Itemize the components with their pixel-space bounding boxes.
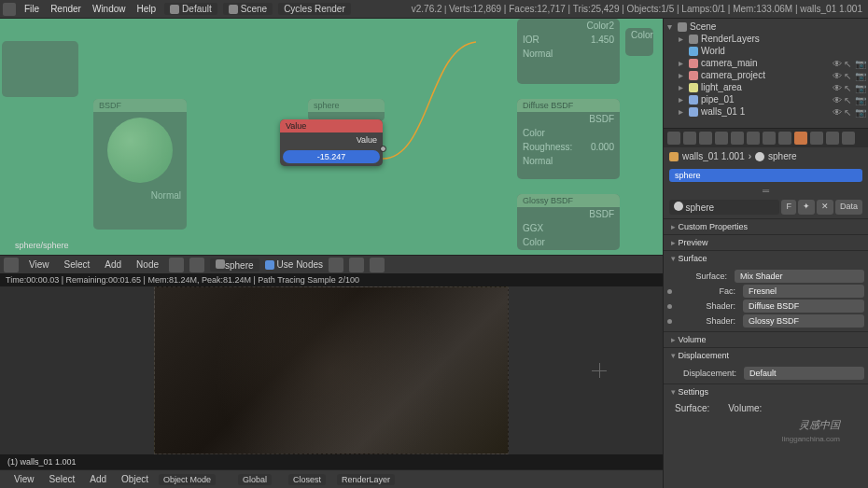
render-icon[interactable]: 📷 [855,71,864,80]
tab-render-icon[interactable] [667,132,680,145]
ior-value[interactable]: 1.450 [591,35,614,45]
value-field[interactable]: -15.247 [283,150,380,163]
socket-dot[interactable] [667,304,672,309]
use-nodes-toggle[interactable]: Use Nodes [265,259,323,270]
tab-constraints-icon[interactable] [747,132,760,145]
copy-icon[interactable] [370,258,385,272]
material-slot[interactable]: sphere [669,169,862,182]
outliner-item-camera[interactable]: ▸camera_main👁↖📷 [664,57,868,69]
data-link-selector[interactable]: Data [835,200,862,215]
shader1-selector[interactable]: Diffuse BSDF [743,300,864,313]
editor-type-icon[interactable] [4,258,19,272]
panel-custom-properties[interactable]: Custom Properties [664,218,868,234]
menu-select[interactable]: Select [45,474,80,484]
menu-file[interactable]: File [19,4,45,14]
node-glossy-bsdf[interactable]: Glossy BSDF BSDF GGX Color [517,194,620,250]
mode-selector[interactable]: Object Mode [159,474,216,485]
surface-shader-selector[interactable]: Mix Shader [735,270,864,283]
panel-header[interactable]: Displacement [664,348,868,363]
fake-user-button[interactable]: F [781,200,796,215]
menu-object[interactable]: Object [117,474,153,484]
menu-select[interactable]: Select [60,259,95,270]
node-editor-viewport[interactable]: BSDF Normal sphere Color2 IOR1.450 Norma… [0,19,663,255]
dist-value[interactable]: GGX [523,223,543,233]
output-socket[interactable] [380,146,386,152]
cursor-icon[interactable]: ↖ [844,95,853,105]
roughness-value[interactable]: 0.000 [591,142,614,152]
unlink-button[interactable]: ✕ [817,200,833,215]
node-collapsed-1[interactable] [2,41,78,97]
outliner-item-light[interactable]: ▸light_area👁↖📷 [664,81,868,93]
tab-texture-icon[interactable] [810,132,823,145]
info-icon[interactable] [3,3,16,16]
node-toggle[interactable]: ✦ [798,200,815,215]
outliner-item-camera[interactable]: ▸camera_project👁↖📷 [664,69,868,81]
tab-layers-icon[interactable] [683,132,696,145]
fac-selector[interactable]: Fresnel [743,285,864,298]
panel-preview[interactable]: Preview [664,234,868,250]
crumb-material[interactable]: sphere [768,151,797,161]
shader-type-icon[interactable] [189,258,204,272]
outliner-item-scene[interactable]: ▾Scene [664,21,868,33]
material-name-field[interactable]: sphere [669,200,779,215]
cursor-icon[interactable]: ↖ [844,71,853,80]
outliner[interactable]: ▾Scene ▸RenderLayers World ▸camera_main👁… [664,19,868,129]
shader2-selector[interactable]: Glossy BSDF [743,314,864,328]
crumb-object[interactable]: walls_01 1.001 [682,151,745,161]
eye-icon[interactable]: 👁 [833,95,842,105]
menu-render[interactable]: Render [45,4,87,14]
cursor-icon[interactable]: ↖ [844,83,853,92]
node-value[interactable]: Value Value -15.247 [280,119,383,166]
orientation-selector[interactable]: Global [238,474,272,485]
panel-volume[interactable]: Volume [664,331,868,347]
outliner-item-mesh[interactable]: ▸walls_01 1👁↖📷 [664,105,868,118]
tab-data-icon[interactable] [778,132,791,145]
socket-dot[interactable] [667,319,672,324]
panel-header[interactable]: Settings [664,384,868,399]
tab-physics-icon[interactable] [842,132,855,145]
panel-header[interactable]: Surface [664,251,868,266]
node-color-out[interactable]: Color [625,28,653,56]
material-selector[interactable]: sphere [210,258,259,272]
tab-object-icon[interactable] [731,132,744,145]
node-bsdf-preview[interactable]: BSDF Normal [93,99,187,230]
render-icon[interactable]: 📷 [855,59,864,68]
outliner-item-renderlayers[interactable]: ▸RenderLayers [664,33,868,45]
menu-view[interactable]: View [24,259,54,270]
node-sphere-group[interactable]: sphere [308,99,385,121]
snap-icon[interactable] [349,258,364,272]
tab-scene-icon[interactable] [699,132,712,145]
render-viewport[interactable] [0,286,663,454]
menu-add[interactable]: Add [85,474,111,484]
renderlayer-selector[interactable]: RenderLayer [337,474,395,485]
tree-type-icon[interactable] [169,258,184,272]
layout-selector[interactable]: Default [164,3,217,15]
menu-add[interactable]: Add [100,259,126,270]
render-icon[interactable]: 📷 [855,107,864,117]
outliner-item-mesh[interactable]: ▸pipe_01👁↖📷 [664,93,868,105]
menu-window[interactable]: Window [87,4,132,14]
node-upper[interactable]: Color2 IOR1.450 Normal [517,19,620,84]
render-icon[interactable]: 📷 [855,83,864,92]
tab-world-icon[interactable] [715,132,728,145]
engine-selector[interactable]: Cycles Render [278,3,351,15]
node-diffuse-bsdf[interactable]: Diffuse BSDF BSDF Color Roughness:0.000 … [517,99,620,179]
eye-icon[interactable]: 👁 [833,83,842,92]
render-slot-label[interactable]: (1) walls_01 1.001 [0,454,663,469]
tab-particles-icon[interactable] [826,132,839,145]
menu-node[interactable]: Node [132,259,163,270]
eye-icon[interactable]: 👁 [833,59,842,68]
snap-target[interactable]: Closest [288,474,326,485]
outliner-item-world[interactable]: World [664,45,868,57]
pin-icon[interactable] [329,258,343,272]
socket-dot[interactable] [667,289,672,294]
menu-help[interactable]: Help [132,4,162,14]
tab-material-icon[interactable] [794,132,807,145]
cursor-icon[interactable]: ↖ [844,59,853,68]
displacement-selector[interactable]: Default [744,367,864,380]
render-icon[interactable]: 📷 [855,95,864,105]
scene-selector[interactable]: Scene [223,3,273,15]
tab-modifiers-icon[interactable] [763,132,776,145]
cursor-icon[interactable]: ↖ [844,107,853,117]
eye-icon[interactable]: 👁 [833,71,842,80]
